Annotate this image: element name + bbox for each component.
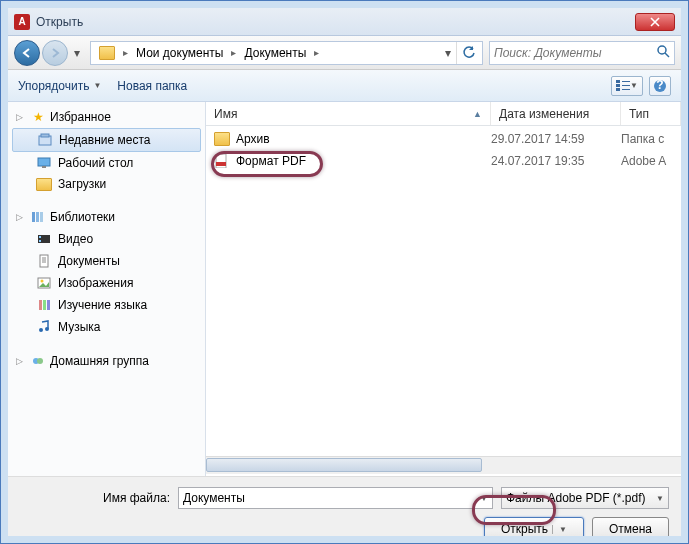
svg-rect-5 [622, 85, 630, 86]
music-icon [36, 319, 52, 335]
svg-rect-14 [36, 212, 39, 222]
open-dialog: A Открыть ▾ ▸ Мои документы ▸ Документы … [0, 0, 689, 544]
homegroup-icon [30, 353, 46, 369]
sidebar-item-images[interactable]: Изображения [8, 272, 205, 294]
window-title: Открыть [36, 15, 635, 29]
sidebar-item-desktop[interactable]: Рабочий стол [8, 152, 205, 174]
refresh-button[interactable] [456, 42, 480, 64]
star-icon: ★ [30, 109, 46, 125]
recent-icon [37, 132, 53, 148]
titlebar: A Открыть [8, 8, 681, 36]
file-date: 24.07.2017 19:35 [491, 154, 621, 168]
filename-input[interactable]: Документы ▼ [178, 487, 493, 509]
filename-value: Документы [183, 491, 245, 505]
sidebar-label: Изображения [58, 276, 133, 290]
video-icon [36, 231, 52, 247]
svg-rect-13 [32, 212, 35, 222]
sidebar-item-language[interactable]: Изучение языка [8, 294, 205, 316]
list-icon [616, 80, 630, 92]
sidebar-label: Избранное [50, 110, 111, 124]
sidebar-item-documents[interactable]: Документы [8, 250, 205, 272]
forward-button[interactable] [42, 40, 68, 66]
sidebar-label: Загрузки [58, 177, 106, 191]
breadcrumb-label: Мои документы [136, 46, 223, 60]
svg-point-21 [41, 280, 44, 283]
collapse-icon: ▷ [16, 112, 26, 122]
sidebar-homegroup[interactable]: ▷ Домашняя группа [8, 350, 205, 372]
sidebar-item-recent[interactable]: Недавние места [12, 128, 201, 152]
help-button[interactable]: ? [649, 76, 671, 96]
sidebar-item-videos[interactable]: Видео [8, 228, 205, 250]
sidebar-libraries[interactable]: ▷ Библиотеки [8, 206, 205, 228]
sidebar-favorites[interactable]: ▷ ★ Избранное [8, 106, 205, 128]
close-button[interactable] [635, 13, 675, 31]
column-name[interactable]: Имя ▲ [206, 102, 491, 125]
cancel-button[interactable]: Отмена [592, 517, 669, 541]
collapse-icon: ▷ [16, 356, 26, 366]
svg-rect-18 [39, 240, 41, 242]
file-date: 29.07.2017 14:59 [491, 132, 621, 146]
sidebar-label: Документы [58, 254, 120, 268]
chevron-down-icon[interactable]: ▼ [480, 494, 488, 503]
new-folder-button[interactable]: Новая папка [117, 79, 187, 93]
breadcrumb-dropdown[interactable]: ▾ [440, 46, 456, 60]
back-button[interactable] [14, 40, 40, 66]
sidebar-item-music[interactable]: Музыка [8, 316, 205, 338]
file-list: Имя ▲ Дата изменения Тип Архив 29.07.201… [206, 102, 681, 476]
folder-icon [214, 132, 230, 146]
svg-rect-2 [616, 84, 620, 87]
scrollbar-thumb[interactable] [206, 458, 482, 472]
collapse-icon: ▷ [16, 212, 26, 222]
nav-history-dropdown[interactable]: ▾ [70, 43, 84, 63]
breadcrumb[interactable]: ▸ Мои документы ▸ Документы ▸ ▾ [90, 41, 483, 65]
column-date[interactable]: Дата изменения [491, 102, 621, 125]
svg-rect-30 [216, 162, 226, 166]
breadcrumb-root[interactable] [93, 42, 121, 64]
svg-rect-15 [40, 212, 43, 222]
open-button[interactable]: Открыть ▼ [484, 517, 584, 541]
sidebar-item-downloads[interactable]: Загрузки [8, 174, 205, 194]
sidebar[interactable]: ▷ ★ Избранное Недавние места Рабочий сто… [8, 102, 206, 476]
sort-asc-icon: ▲ [473, 109, 482, 119]
chevron-down-icon: ▼ [656, 494, 664, 503]
search-input[interactable] [494, 46, 656, 60]
toolbar: Упорядочить ▼ Новая папка ▼ ? [8, 70, 681, 102]
breadcrumb-label: Документы [244, 46, 306, 60]
chevron-down-icon: ▼ [630, 81, 638, 90]
file-row[interactable]: Архив 29.07.2017 14:59 Папка с [206, 128, 681, 150]
chevron-right-icon[interactable]: ▸ [229, 47, 238, 58]
sidebar-label: Недавние места [59, 133, 150, 147]
bottom-panel: Имя файла: Документы ▼ Файлы Adobe PDF (… [8, 476, 681, 544]
svg-point-25 [39, 328, 43, 332]
search-box[interactable] [489, 41, 675, 65]
column-type[interactable]: Тип [621, 102, 681, 125]
svg-point-0 [658, 46, 666, 54]
horizontal-scrollbar[interactable] [206, 456, 681, 474]
chevron-down-icon[interactable]: ▼ [552, 525, 567, 534]
breadcrumb-item-2[interactable]: Документы [238, 42, 312, 64]
filename-label: Имя файла: [20, 491, 170, 505]
file-name: Архив [236, 132, 491, 146]
sidebar-label: Рабочий стол [58, 156, 133, 170]
svg-rect-3 [616, 88, 620, 91]
file-row[interactable]: Формат PDF 24.07.2017 19:35 Adobe A [206, 150, 681, 172]
list-header: Имя ▲ Дата изменения Тип [206, 102, 681, 126]
breadcrumb-item-1[interactable]: Мои документы [130, 42, 229, 64]
sidebar-label: Музыка [58, 320, 100, 334]
search-icon[interactable] [656, 44, 670, 61]
file-type: Папка с [621, 132, 681, 146]
filetype-select[interactable]: Файлы Adobe PDF (*.pdf) ▼ [501, 487, 669, 509]
list-body[interactable]: Архив 29.07.2017 14:59 Папка с Формат PD… [206, 126, 681, 456]
view-mode-button[interactable]: ▼ [611, 76, 643, 96]
sidebar-label: Домашняя группа [50, 354, 149, 368]
documents-icon [36, 253, 52, 269]
library-icon [36, 297, 52, 313]
svg-rect-22 [39, 300, 42, 310]
svg-rect-6 [622, 89, 630, 90]
desktop-icon [36, 155, 52, 171]
chevron-right-icon[interactable]: ▸ [312, 47, 321, 58]
organize-button[interactable]: Упорядочить ▼ [18, 79, 101, 93]
svg-rect-19 [40, 255, 48, 267]
help-icon: ? [653, 79, 667, 93]
chevron-right-icon[interactable]: ▸ [121, 47, 130, 58]
